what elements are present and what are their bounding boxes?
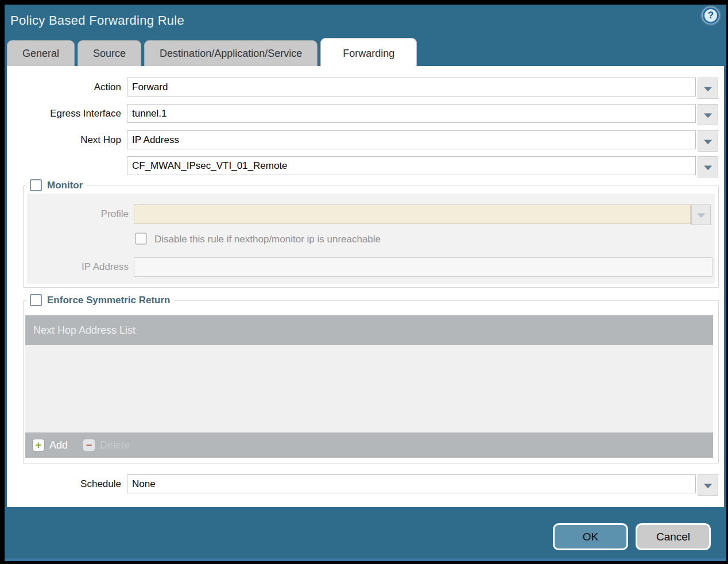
table-header: Next Hop Address List xyxy=(25,315,713,345)
bottom-edge-strip xyxy=(5,558,726,561)
action-select[interactable]: Forward xyxy=(127,78,696,96)
chevron-down-icon: ▼ xyxy=(701,137,715,145)
chevron-down-icon: ▼ xyxy=(694,211,708,218)
chevron-down-icon: ▼ xyxy=(701,111,715,118)
dialog-footer: OK Cancel xyxy=(5,507,726,558)
next-hop-type-select[interactable]: IP Address xyxy=(127,130,696,149)
monitor-fieldset: Monitor Profile ▼ Disable this rule if n… xyxy=(23,186,719,288)
schedule-label: Schedule xyxy=(7,474,121,493)
monitor-legend: Monitor xyxy=(26,179,87,191)
next-hop-address-list-table: Next Hop Address List + Add − Delete xyxy=(25,315,713,458)
chevron-down-icon: ▼ xyxy=(701,481,715,489)
action-dropdown-button[interactable]: ▼ xyxy=(698,78,718,99)
next-hop-address-dropdown-button[interactable]: ▼ xyxy=(698,156,718,177)
profile-label: Profile xyxy=(24,204,129,223)
add-button[interactable]: + Add xyxy=(32,439,68,451)
profile-dropdown-button: ▼ xyxy=(691,204,711,225)
egress-interface-dropdown-button[interactable]: ▼ xyxy=(698,104,718,125)
minus-icon: − xyxy=(83,439,95,451)
egress-interface-label: Egress Interface xyxy=(7,104,121,123)
tab-bar: General Source Destination/Application/S… xyxy=(5,38,726,66)
disable-rule-checkbox xyxy=(135,233,147,245)
chevron-down-icon: ▼ xyxy=(701,163,715,171)
enforce-symmetric-return-legend: Enforce Symmetric Return xyxy=(26,294,175,306)
egress-interface-select[interactable]: tunnel.1 xyxy=(127,104,696,123)
help-icon[interactable]: ? xyxy=(703,7,719,24)
policy-based-forwarding-rule-dialog: Policy Based Forwarding Rule ? General S… xyxy=(5,5,726,561)
tab-general[interactable]: General xyxy=(7,40,75,66)
ip-address-input xyxy=(134,257,712,277)
schedule-dropdown-button[interactable]: ▼ xyxy=(698,474,718,496)
disable-rule-label: Disable this rule if nexthop/monitor ip … xyxy=(154,234,381,245)
title-bar: Policy Based Forwarding Rule ? xyxy=(5,5,726,38)
next-hop-label: Next Hop xyxy=(7,130,121,149)
page-title: Policy Based Forwarding Rule xyxy=(10,13,184,28)
tab-forwarding[interactable]: Forwarding xyxy=(320,38,417,66)
table-body[interactable] xyxy=(25,345,713,432)
chevron-down-icon: ▼ xyxy=(701,84,715,92)
table-toolbar: + Add − Delete xyxy=(25,432,713,458)
forwarding-tab-panel: Action Forward ▼ Egress Interface tunnel… xyxy=(7,66,724,507)
ip-address-label: IP Address xyxy=(24,257,129,276)
cancel-button[interactable]: Cancel xyxy=(636,523,711,550)
add-button-label: Add xyxy=(49,439,68,451)
tab-source[interactable]: Source xyxy=(78,40,141,66)
action-label: Action xyxy=(7,78,121,96)
monitor-legend-label: Monitor xyxy=(47,180,83,191)
next-hop-address-select[interactable]: CF_MWAN_IPsec_VTI_01_Remote xyxy=(127,156,696,175)
monitor-checkbox[interactable] xyxy=(30,179,42,191)
tab-destination-application-service[interactable]: Destination/Application/Service xyxy=(144,40,317,66)
delete-button: − Delete xyxy=(83,439,130,451)
plus-icon: + xyxy=(32,439,45,451)
enforce-symmetric-return-legend-label: Enforce Symmetric Return xyxy=(47,295,170,306)
schedule-select[interactable]: None xyxy=(127,474,696,493)
enforce-symmetric-return-checkbox[interactable] xyxy=(30,294,42,306)
delete-button-label: Delete xyxy=(100,439,130,451)
next-hop-type-dropdown-button[interactable]: ▼ xyxy=(698,130,718,152)
ok-button[interactable]: OK xyxy=(553,523,628,550)
enforce-symmetric-return-fieldset: Enforce Symmetric Return Next Hop Addres… xyxy=(23,300,719,463)
profile-select xyxy=(134,204,691,224)
